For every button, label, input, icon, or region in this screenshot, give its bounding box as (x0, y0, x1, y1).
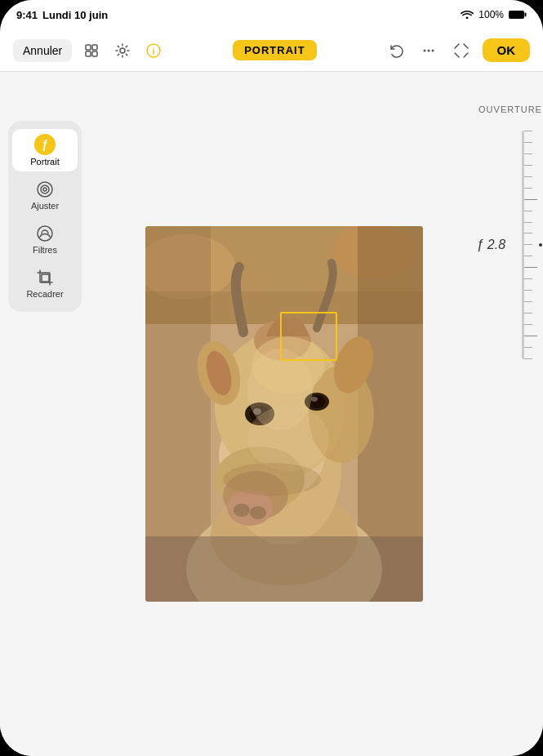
svg-point-46 (247, 406, 329, 471)
slider-area: OUVERTURE (478, 72, 543, 756)
crop-icon (35, 268, 55, 287)
svg-point-32 (234, 504, 250, 517)
slider-track: ƒ 2.8 (522, 131, 524, 359)
goat-photo (145, 226, 423, 602)
status-right: 100% (461, 9, 527, 21)
sidebar-label-filters: Filtres (33, 245, 57, 255)
slider-container[interactable]: ƒ 2.8 (497, 131, 524, 359)
more-button[interactable] (417, 39, 440, 62)
aperture-value: ƒ 2.8 (477, 238, 506, 252)
layers-button[interactable] (80, 39, 103, 62)
sidebar-panel: ƒ Portrait Ajuster (8, 121, 82, 312)
svg-point-11 (431, 49, 434, 51)
svg-point-10 (427, 49, 430, 51)
time: 9:41 (16, 9, 38, 21)
undo-button[interactable] (385, 39, 407, 62)
focus-box (280, 312, 337, 361)
svg-rect-0 (509, 11, 524, 19)
svg-point-48 (223, 463, 321, 496)
svg-point-6 (120, 48, 125, 53)
slider-thumb (539, 243, 542, 247)
layers-icon (83, 42, 100, 59)
date: Lundi 10 juin (42, 9, 108, 21)
undo-icon (388, 42, 404, 59)
svg-rect-49 (145, 536, 423, 602)
svg-rect-4 (86, 51, 91, 56)
toolbar-left: Annuler (13, 39, 165, 62)
svg-rect-2 (86, 45, 91, 50)
photo-background (145, 226, 423, 602)
svg-rect-5 (92, 51, 97, 56)
gear-icon (114, 42, 131, 59)
ok-button[interactable]: OK (483, 38, 531, 62)
wifi-icon (461, 9, 474, 21)
main-content: ƒ Portrait Ajuster (0, 72, 543, 756)
toolbar-icons (80, 39, 165, 62)
portrait-badge: PORTRAIT (233, 40, 316, 60)
status-bar: 9:41 Lundi 10 juin 100% (0, 0, 543, 29)
svg-rect-3 (92, 45, 97, 50)
battery-percentage: 100% (478, 9, 504, 20)
battery-icon (509, 10, 527, 20)
transform-button[interactable] (450, 39, 473, 62)
photo-area (90, 72, 478, 756)
svg-point-12 (38, 182, 52, 197)
cancel-button[interactable]: Annuler (13, 39, 72, 62)
svg-rect-1 (525, 13, 527, 17)
sidebar: ƒ Portrait Ajuster (0, 72, 90, 756)
sidebar-item-crop[interactable]: Recadrer (12, 263, 78, 304)
toolbar-right: OK (385, 38, 531, 62)
sidebar-label-crop: Recadrer (26, 289, 63, 299)
filters-icon (35, 224, 55, 243)
svg-point-33 (250, 506, 266, 519)
svg-point-13 (41, 185, 49, 193)
toolbar: Annuler (0, 29, 543, 72)
photo-container (145, 226, 423, 602)
sidebar-label-adjust: Ajuster (31, 201, 59, 211)
svg-rect-16 (42, 274, 49, 282)
more-icon (421, 42, 437, 59)
svg-point-8 (153, 47, 154, 49)
slider-label: OUVERTURE (478, 105, 542, 114)
sidebar-item-adjust[interactable]: Ajuster (12, 175, 78, 216)
transform-icon (452, 42, 470, 60)
sidebar-item-filters[interactable]: Filtres (12, 219, 78, 260)
svg-point-9 (423, 49, 425, 51)
portrait-f-icon: ƒ (34, 134, 56, 155)
slider-ticks (524, 131, 537, 359)
adjust-icon (35, 180, 55, 199)
info-button[interactable] (142, 39, 165, 62)
sidebar-label-portrait: Portrait (30, 157, 59, 167)
settings-button[interactable] (111, 39, 134, 62)
svg-point-14 (43, 188, 47, 191)
status-left: 9:41 Lundi 10 juin (16, 9, 108, 21)
info-icon (145, 42, 162, 59)
sidebar-item-portrait[interactable]: ƒ Portrait (12, 129, 78, 171)
